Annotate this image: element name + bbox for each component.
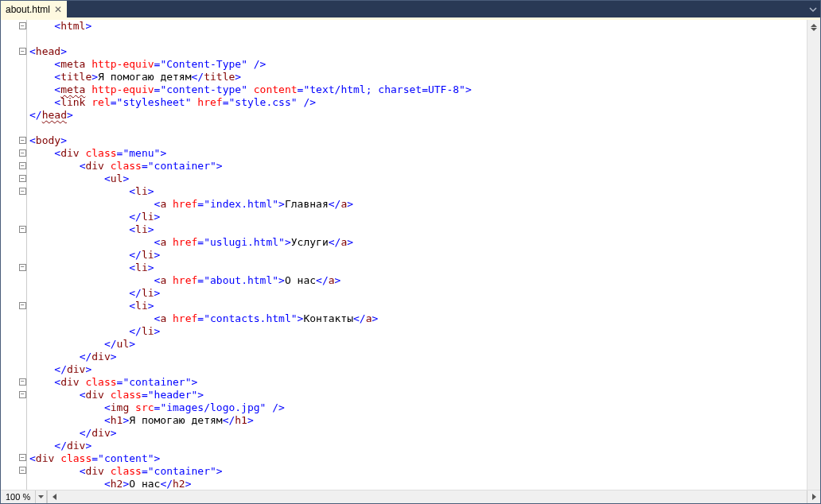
code-line[interactable]: <a href="contacts.html">Контакты</a>	[29, 312, 805, 325]
code-line[interactable]: <li>	[29, 185, 805, 198]
code-line[interactable]: </div>	[29, 351, 805, 363]
code-line[interactable]: <a href="about.html">О нас</a>	[29, 274, 805, 287]
scroll-nav-buttons[interactable]	[807, 21, 820, 33]
fold-toggle[interactable]: −	[19, 391, 26, 398]
code-line[interactable]: <html>	[29, 20, 805, 33]
horizontal-scrollbar: 100 %	[1, 490, 820, 503]
code-line[interactable]: </li>	[29, 211, 805, 223]
arrow-up-icon	[811, 24, 817, 27]
fold-gutter[interactable]: −−−−−−−−−−−−−−	[1, 20, 28, 490]
fold-toggle[interactable]: −	[19, 175, 26, 182]
code-line[interactable]: </li>	[29, 325, 805, 338]
arrow-left-icon	[53, 494, 56, 500]
code-line[interactable]: <li>	[29, 300, 805, 312]
fold-toggle[interactable]: −	[19, 302, 26, 309]
code-line[interactable]: <a href="uslugi.html">Услуги</a>	[29, 236, 805, 249]
code-line[interactable]: <title>Я помогаю детям</title>	[29, 71, 805, 83]
code-surface[interactable]: <html> <head> <meta http-equiv="Content-…	[28, 20, 807, 490]
close-icon[interactable]: ✕	[54, 6, 62, 14]
gutter-line	[26, 20, 27, 490]
scroll-right-button[interactable]	[807, 490, 820, 503]
code-line[interactable]: <h1>Я помогаю детям</h1>	[29, 414, 805, 427]
fold-toggle[interactable]: −	[19, 149, 26, 157]
zoom-label: 100 %	[6, 492, 30, 502]
code-line[interactable]: </div>	[29, 427, 805, 440]
code-line[interactable]: </head>	[29, 109, 805, 122]
code-line[interactable]: </div>	[29, 363, 805, 376]
code-line[interactable]: <div class="container">	[29, 160, 805, 173]
code-line[interactable]: <meta http-equiv="content-type" content=…	[29, 83, 805, 96]
fold-toggle[interactable]: −	[19, 378, 26, 386]
fold-toggle[interactable]: −	[19, 467, 26, 474]
code-line[interactable]: <img src="images/logo.jpg" />	[29, 401, 805, 414]
code-line[interactable]: <div class="container">	[29, 465, 805, 478]
tab-bar: about.html ✕	[1, 1, 820, 17]
code-line[interactable]: <link rel="stylesheet" href="style.css" …	[29, 96, 805, 109]
chevron-down-icon	[38, 495, 44, 498]
arrow-down-icon	[811, 28, 817, 31]
fold-toggle[interactable]: −	[19, 188, 26, 195]
code-line[interactable]: <li>	[29, 262, 805, 274]
chevron-down-icon	[809, 6, 817, 14]
code-line[interactable]	[29, 33, 805, 45]
fold-toggle[interactable]: −	[19, 48, 26, 55]
hscroll-track[interactable]	[60, 490, 807, 503]
fold-toggle[interactable]: −	[19, 454, 26, 461]
editor-window: about.html ✕ −−−−−−−−−−−−−− <html> <head…	[0, 0, 821, 504]
code-line[interactable]: <div class="header">	[29, 389, 805, 401]
tab-label: about.html	[6, 4, 50, 15]
editor-area: −−−−−−−−−−−−−− <html> <head> <meta http-…	[1, 20, 820, 490]
zoom-dropdown[interactable]	[36, 490, 47, 503]
code-line[interactable]: <div class="container">	[29, 376, 805, 389]
code-line[interactable]: </li>	[29, 287, 805, 300]
scroll-left-button[interactable]	[47, 490, 60, 503]
code-line[interactable]: <head>	[29, 45, 805, 58]
code-line[interactable]: <div class="content">	[29, 452, 805, 465]
code-line[interactable]: <meta http-equiv="Content-Type" />	[29, 58, 805, 71]
code-line[interactable]: </ul>	[29, 338, 805, 351]
code-line[interactable]: <ul>	[29, 173, 805, 185]
code-line[interactable]: </div>	[29, 440, 805, 452]
fold-toggle[interactable]: −	[19, 22, 26, 29]
fold-toggle[interactable]: −	[19, 162, 26, 169]
zoom-level[interactable]: 100 %	[1, 490, 36, 503]
code-line[interactable]: <body>	[29, 134, 805, 147]
code-line[interactable]	[29, 122, 805, 134]
fold-toggle[interactable]: −	[19, 264, 26, 271]
code-line[interactable]: <li>	[29, 223, 805, 236]
file-tab[interactable]: about.html ✕	[1, 1, 67, 17]
fold-toggle[interactable]: −	[19, 226, 26, 233]
code-line[interactable]: <h2>О нас</h2>	[29, 478, 805, 490]
vertical-scrollbar[interactable]	[807, 20, 820, 490]
code-line[interactable]: </li>	[29, 249, 805, 262]
arrow-right-icon	[812, 494, 816, 500]
tab-overflow-button[interactable]	[809, 1, 817, 17]
code-line[interactable]: <a href="index.html">Главная</a>	[29, 198, 805, 211]
code-line[interactable]: <div class="menu">	[29, 147, 805, 160]
fold-toggle[interactable]: −	[19, 137, 26, 144]
